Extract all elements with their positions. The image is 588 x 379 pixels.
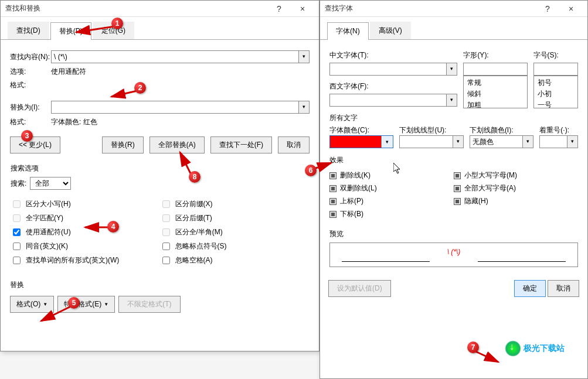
chevron-down-icon[interactable]: ▾: [381, 136, 393, 148]
search-options-title: 搜索选项: [11, 163, 309, 173]
chk-sounds-like[interactable]: [13, 243, 21, 250]
chk-hidden[interactable]: [454, 198, 461, 205]
west-font-dd-icon[interactable]: ▾: [447, 94, 457, 107]
titlebar: 查找和替换 ? ×: [1, 1, 319, 17]
format-label-2: 格式:: [10, 117, 51, 127]
find-next-button[interactable]: 查找下一处(F): [210, 136, 272, 153]
format-label-1: 格式:: [10, 80, 51, 90]
tab-font[interactable]: 字体(N): [327, 22, 369, 40]
west-font-input[interactable]: [329, 94, 447, 107]
annotation-badge-7: 7: [467, 342, 479, 353]
replace-dropdown-icon[interactable]: ▾: [299, 101, 310, 114]
underline-color-input[interactable]: [470, 135, 523, 148]
underline-type-label: 下划线线型(U):: [399, 125, 463, 135]
replace-all-button[interactable]: 全部替换(A): [149, 136, 205, 153]
annotation-badge-4: 4: [107, 221, 119, 233]
chk-ignore-space[interactable]: [162, 257, 170, 264]
all-text-label: 所有文字: [329, 113, 578, 123]
chk-whole-word: [13, 214, 21, 222]
footer-left: 格式(O)▼ 特殊格式(E)▼ 不限定格式(T): [1, 290, 319, 322]
emphasis-label: 着重号(·):: [539, 125, 578, 135]
chk-subscript[interactable]: [329, 211, 337, 218]
cancel-button[interactable]: 取消: [278, 136, 310, 153]
dialog-body: 查找内容(N): ▾ 选项: 使用通配符 格式: 替换为(I): ▾ 格式: 字…: [1, 40, 319, 280]
chk-wildcard[interactable]: [13, 228, 21, 236]
chk-small-caps[interactable]: [454, 172, 461, 179]
font-style-list[interactable]: 常规 倾斜 加粗: [463, 76, 527, 108]
chk-strike[interactable]: [329, 172, 337, 179]
cn-font-input[interactable]: [329, 63, 447, 76]
underline-color-label: 下划线颜色(I):: [470, 125, 533, 135]
dialog-title: 查找和替换: [5, 4, 267, 13]
chk-prefix: [162, 200, 170, 208]
tab-replace[interactable]: 替换(P): [50, 22, 91, 40]
tab-find[interactable]: 查找(D): [8, 22, 49, 39]
cancel-button-right[interactable]: 取消: [548, 280, 579, 297]
options-label: 选项:: [10, 67, 51, 77]
replace-label: 替换为(I):: [10, 103, 51, 112]
annotation-badge-2: 2: [134, 82, 146, 94]
cn-font-dd-icon[interactable]: ▾: [447, 63, 457, 76]
font-size-label: 字号(S):: [533, 50, 578, 60]
chk-all-caps[interactable]: [454, 185, 461, 192]
set-default-button: 设为默认值(D): [328, 280, 391, 297]
replace-footer-title: 替换: [1, 280, 319, 290]
font-size-input[interactable]: [533, 63, 578, 76]
font-body: 中文字体(T): ▾ 西文字体(F): ▾ 字形(Y): 常规 倾斜 加粗 字号…: [320, 40, 587, 274]
emphasis-dd-icon[interactable]: ▾: [567, 135, 578, 148]
find-input[interactable]: [51, 50, 299, 63]
help-icon[interactable]: ?: [536, 4, 559, 13]
cn-font-label: 中文字体(T):: [329, 50, 457, 60]
close-icon[interactable]: ×: [291, 4, 314, 13]
font-color-combo[interactable]: ▾: [329, 135, 393, 148]
download-icon: [505, 340, 521, 357]
font-size-list[interactable]: 初号 小初 一号: [533, 76, 578, 108]
font-style-input[interactable]: [463, 63, 527, 76]
search-options-group: 搜索选项 搜索: 全部 区分大小写(H) 全字匹配(Y) 使用通配符(U) 同音…: [10, 159, 310, 273]
close-icon[interactable]: ×: [559, 4, 583, 13]
find-replace-dialog: 查找和替换 ? × 查找(D) 替换(P) 定位(G) 查找内容(N): ▾ 选…: [0, 0, 320, 351]
find-dropdown-icon[interactable]: ▾: [299, 50, 310, 63]
preview-box: \ (*\): [329, 243, 578, 267]
underline-type-input[interactable]: [399, 135, 453, 148]
titlebar-right: 查找字体 ? ×: [320, 1, 587, 17]
font-tabs: 字体(N) 高级(V): [320, 17, 587, 40]
annotation-badge-3: 3: [21, 130, 33, 142]
watermark-logo: 极光下载站: [505, 340, 565, 357]
help-icon[interactable]: ?: [267, 4, 291, 13]
chk-dbl-strike[interactable]: [329, 185, 337, 192]
replace-input[interactable]: [51, 101, 299, 114]
less-button[interactable]: << 更少(L): [10, 136, 60, 153]
font-dialog-title: 查找字体: [325, 4, 536, 13]
annotation-badge-8: 8: [189, 171, 200, 183]
chk-superscript[interactable]: [329, 198, 337, 205]
replace-button[interactable]: 替换(R): [102, 136, 144, 153]
watermark-text: 极光下载站: [524, 343, 565, 354]
special-format-button[interactable]: 特殊格式(E)▼: [57, 296, 115, 313]
effects-label: 效果: [329, 155, 578, 165]
tabs: 查找(D) 替换(P) 定位(G): [1, 17, 319, 40]
preview-label: 预览: [329, 229, 578, 239]
options-value: 使用通配符: [51, 67, 86, 77]
annotation-badge-1: 1: [111, 18, 123, 29]
annotation-badge-5: 5: [68, 297, 80, 309]
font-color-label: 字体颜色(C):: [329, 125, 393, 135]
search-dir-label: 搜索:: [11, 179, 26, 189]
format-value-2: 字体颜色: 红色: [51, 117, 97, 127]
chk-full-half: [162, 228, 170, 236]
chk-ignore-punct[interactable]: [162, 243, 170, 250]
search-dir-select[interactable]: 全部: [30, 177, 71, 190]
underline-color-dd-icon[interactable]: ▾: [523, 135, 533, 148]
no-format-button: 不限定格式(T): [118, 296, 180, 313]
color-swatch-red: [330, 136, 381, 148]
ok-button[interactable]: 确定: [514, 280, 546, 297]
chk-all-forms[interactable]: [13, 257, 21, 264]
font-style-label: 字形(Y):: [463, 50, 527, 60]
chk-suffix: [162, 214, 170, 222]
find-font-dialog: 查找字体 ? × 字体(N) 高级(V) 中文字体(T): ▾ 西文字体(F):…: [320, 0, 588, 379]
emphasis-input[interactable]: [539, 135, 567, 148]
tab-advanced[interactable]: 高级(V): [370, 22, 411, 39]
underline-type-dd-icon[interactable]: ▾: [453, 135, 464, 148]
footer-right: 设为默认值(D) 确定 取消: [320, 274, 587, 303]
format-button[interactable]: 格式(O)▼: [10, 296, 54, 313]
